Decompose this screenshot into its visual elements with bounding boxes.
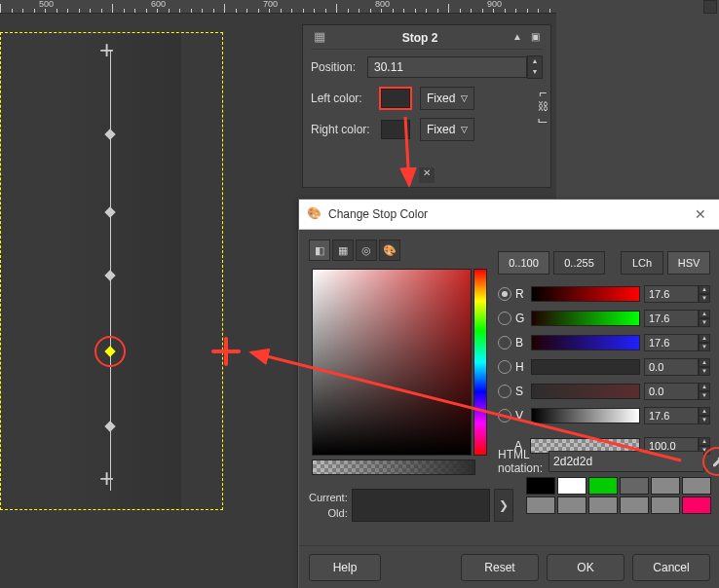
palette-swatch[interactable]: [682, 496, 711, 514]
channel-value[interactable]: 17.6: [644, 310, 699, 327]
panel-collapse-button[interactable]: ▲: [510, 31, 525, 45]
spin-down[interactable]: ▼: [528, 67, 542, 78]
gradient-stop-panel: ▦ Stop 2 ▲ ▣ Position: ▲▼ Left color: Fi…: [302, 24, 551, 188]
channel-radio[interactable]: [498, 409, 511, 423]
spin-up[interactable]: ▲: [699, 358, 710, 367]
palette-swatch[interactable]: [682, 477, 711, 495]
channel-slider[interactable]: [531, 408, 640, 423]
channel-scales: 0..100 0..255 LCh HSV R17.6▲▼G17.6▲▼B17.…: [498, 251, 710, 459]
eyedropper-button[interactable]: [710, 451, 719, 472]
channel-value[interactable]: 0.0: [644, 383, 699, 400]
palette-swatch[interactable]: [526, 496, 555, 514]
channel-value[interactable]: 17.6: [644, 334, 699, 351]
channel-row-s: S0.0▲▼: [498, 380, 710, 403]
channel-row-v: V17.6▲▼: [498, 404, 710, 427]
wilber-icon: 🎨: [307, 206, 322, 222]
combo-label: Fixed: [427, 123, 455, 136]
palette-swatch[interactable]: [620, 477, 649, 495]
alpha-strip-preview[interactable]: [312, 459, 475, 475]
annotation-circle: [95, 336, 126, 367]
spin-up[interactable]: ▲: [699, 310, 710, 318]
spin-up[interactable]: ▲: [699, 437, 710, 446]
range-0-255-button[interactable]: 0..255: [553, 251, 605, 275]
right-color-mode-combo[interactable]: Fixed▽: [420, 118, 474, 141]
model-lch-button[interactable]: LCh: [621, 251, 663, 275]
channel-value[interactable]: 17.6: [644, 407, 699, 424]
range-0-100-button[interactable]: 0..100: [498, 251, 549, 275]
spin-up[interactable]: ▲: [699, 383, 710, 391]
endpoint-handle-top[interactable]: +: [99, 37, 114, 62]
picker-tab-gimp[interactable]: ◧: [309, 239, 330, 261]
channel-label: V: [515, 409, 527, 423]
channel-value[interactable]: 0.0: [644, 358, 699, 376]
channel-radio[interactable]: [498, 360, 511, 374]
left-color-label: Left color:: [311, 92, 381, 105]
chain-link-icon[interactable]: ⛓: [538, 100, 549, 112]
palette-swatch[interactable]: [588, 477, 618, 495]
channel-value[interactable]: 17.6: [644, 285, 699, 303]
channel-radio[interactable]: [498, 336, 511, 349]
model-hsv-button[interactable]: HSV: [667, 251, 710, 275]
panel-title: Stop 2: [332, 31, 508, 45]
delete-stop-button[interactable]: ✕: [419, 167, 435, 183]
channel-label: G: [515, 312, 527, 325]
palette-swatch[interactable]: [588, 496, 618, 514]
swap-preview-button[interactable]: ❯: [494, 489, 513, 522]
link-top-icon[interactable]: ⌐: [539, 85, 547, 100]
reset-button[interactable]: Reset: [461, 554, 539, 581]
dialog-titlebar[interactable]: 🎨 Change Stop Color ✕: [299, 200, 719, 230]
spin-down[interactable]: ▼: [699, 367, 710, 376]
palette-swatch[interactable]: [526, 477, 555, 495]
endpoint-handle-bottom[interactable]: +: [99, 465, 114, 491]
html-notation-input[interactable]: [549, 451, 704, 472]
channel-label: R: [515, 287, 527, 301]
sv-plane[interactable]: [312, 269, 472, 456]
palette-swatch[interactable]: [620, 496, 649, 514]
nav-corner-button[interactable]: [703, 0, 717, 14]
panel-detach-button[interactable]: ▣: [527, 31, 543, 45]
color-history: [526, 477, 711, 514]
picker-tab-wheel[interactable]: ◎: [356, 239, 377, 261]
spin-up[interactable]: ▲: [699, 334, 710, 343]
left-color-swatch[interactable]: [381, 89, 410, 108]
spin-up[interactable]: ▲: [528, 56, 542, 67]
palette-swatch[interactable]: [557, 477, 587, 495]
link-bottom-icon[interactable]: ⌙: [537, 112, 549, 128]
ok-button[interactable]: OK: [547, 554, 624, 581]
position-label: Position:: [311, 60, 367, 74]
hue-strip[interactable]: [473, 269, 487, 456]
channel-radio[interactable]: [498, 312, 511, 325]
spin-up[interactable]: ▲: [699, 285, 710, 294]
palette-swatch[interactable]: [557, 496, 587, 514]
right-color-swatch[interactable]: [381, 120, 410, 139]
channel-slider[interactable]: [531, 335, 640, 350]
palette-swatch[interactable]: [651, 477, 680, 495]
position-spinner[interactable]: ▲▼: [367, 55, 543, 79]
position-input[interactable]: [367, 56, 527, 78]
ruler-label: 700: [263, 0, 278, 9]
spin-down[interactable]: ▼: [699, 343, 710, 351]
channel-radio[interactable]: [498, 287, 511, 301]
spin-down[interactable]: ▼: [699, 318, 710, 327]
spin-down[interactable]: ▼: [699, 416, 710, 424]
picker-tab-palette[interactable]: 🎨: [379, 239, 400, 261]
channel-label: S: [515, 385, 527, 398]
spin-down[interactable]: ▼: [699, 294, 710, 303]
annotation-cross: [211, 337, 241, 366]
dialog-close-button[interactable]: ✕: [689, 206, 712, 222]
channel-radio[interactable]: [498, 385, 511, 398]
channel-slider[interactable]: [531, 311, 640, 326]
spin-up[interactable]: ▲: [699, 407, 710, 416]
palette-swatch[interactable]: [651, 496, 680, 514]
cancel-button[interactable]: Cancel: [632, 554, 710, 581]
help-button[interactable]: Help: [309, 554, 381, 581]
channel-slider[interactable]: [531, 286, 640, 302]
channel-slider[interactable]: [531, 384, 640, 399]
chevron-down-icon: ▽: [461, 93, 468, 103]
channel-row-h: H0.0▲▼: [498, 355, 710, 379]
right-color-label: Right color:: [311, 123, 381, 136]
channel-slider[interactable]: [531, 359, 640, 375]
left-color-mode-combo[interactable]: Fixed▽: [420, 87, 474, 110]
spin-down[interactable]: ▼: [699, 391, 710, 400]
picker-tab-cmyk[interactable]: ▦: [332, 239, 354, 261]
